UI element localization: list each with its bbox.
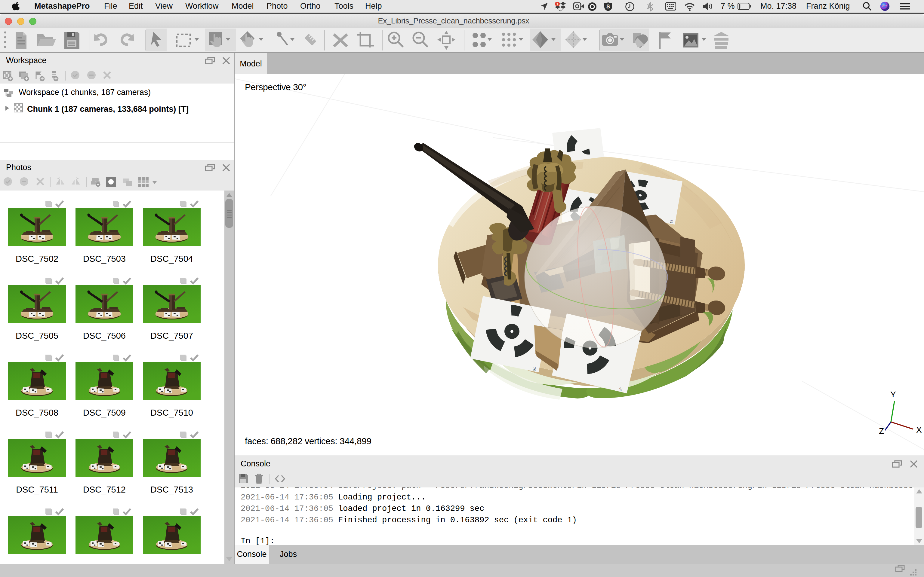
svg-text:faces: 688,282 vertices: 344,8: faces: 688,282 vertices: 344,899 xyxy=(245,436,372,446)
svg-text:84: 84 xyxy=(619,387,623,392)
svg-text:X: X xyxy=(916,425,922,435)
svg-text:S: S xyxy=(606,3,610,10)
svg-text:Perspective 30°: Perspective 30° xyxy=(245,82,306,92)
svg-text:1: 1 xyxy=(556,2,558,6)
svg-text:Y: Y xyxy=(890,390,896,399)
svg-text:79: 79 xyxy=(532,367,536,371)
svg-text:Z: Z xyxy=(879,426,884,436)
svg-text:81: 81 xyxy=(669,219,674,224)
